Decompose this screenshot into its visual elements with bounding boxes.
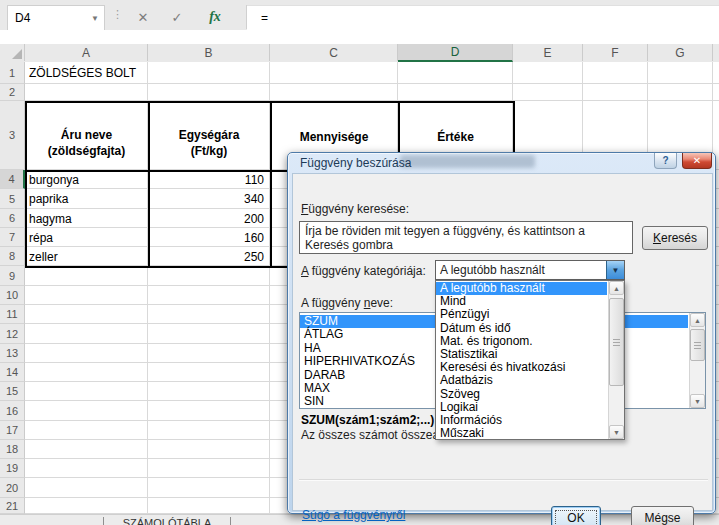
help-button[interactable]: ? [654,153,677,169]
row-header-5[interactable]: 5 [0,189,25,209]
row-header-7[interactable]: 7 [0,228,25,247]
cell-item-price[interactable]: 110 [150,170,264,189]
dialog-title: Függvény beszúrása [300,156,411,170]
formula-bar: D4 ▼ ⋮ ✕ ✓ fx = [0,0,719,40]
excel-window: D4 ▼ ⋮ ✕ ✓ fx = ABCDEFG 1234567891011121… [0,0,719,525]
search-function-label: Függvény keresése: [301,202,409,216]
cell-item-price[interactable]: 340 [150,189,264,209]
insert-function-icon[interactable]: fx [200,5,230,29]
row-header-9[interactable]: 9 [0,266,25,286]
function-help-link[interactable]: Súgó a függvényről [302,508,405,522]
column-header-E[interactable]: E [513,44,583,61]
row-header-3[interactable]: 3 [0,101,25,170]
spacer [0,30,719,44]
row-header-13[interactable]: 13 [0,344,25,363]
row-header-21[interactable]: 21 [0,498,25,514]
category-option[interactable]: Pénzügyi [436,308,607,321]
category-option[interactable]: Szöveg [436,388,607,401]
cell-item-name[interactable]: hagyma [29,209,144,228]
function-list-scrollbar[interactable]: ▲ ▼ [689,313,705,408]
category-items: A legutóbb használtMindPénzügyiDátum és … [436,282,607,440]
category-option[interactable]: Logikai [436,401,607,414]
cell-item-price[interactable]: 200 [150,209,264,228]
table-border [148,101,150,266]
select-all-corner[interactable] [0,44,25,61]
chevron-down-icon[interactable]: ▼ [606,261,624,279]
category-value: A legutóbb használt [436,263,606,277]
category-option[interactable]: Dátum és idő [436,322,607,335]
row-header-15[interactable]: 15 [0,382,25,401]
cancel-dialog-button[interactable]: Mégse [631,506,694,525]
blurred-region [400,155,535,168]
formula-input[interactable]: = [247,5,719,30]
row-header-1[interactable]: 1 [0,62,25,84]
formula-bar-grip: ⋮ [112,8,123,21]
category-option[interactable]: Műszaki [436,427,607,440]
row-header-11[interactable]: 11 [0,305,25,324]
row-header-14[interactable]: 14 [0,363,25,382]
scrollbar-thumb[interactable] [690,329,705,361]
column-header-G[interactable]: G [648,44,713,61]
column-header-A[interactable]: A [25,44,148,61]
search-button[interactable]: Keresés [642,226,708,250]
cell-item-price[interactable]: 160 [150,228,264,247]
function-name-label: A függvény neve: [301,296,393,310]
separator [299,479,708,481]
row-header-20[interactable]: 20 [0,478,25,498]
cancel-entry-button[interactable]: ✕ [128,5,158,29]
row-header-16[interactable]: 16 [0,401,25,421]
sheet-tab-szamolotabla[interactable]: SZÁMOLÓTÁBLA [104,517,230,525]
scroll-down-icon[interactable]: ▼ [609,425,624,439]
cell-item-name[interactable]: répa [29,228,144,247]
row-header-4[interactable]: 4 [0,170,25,189]
enter-entry-button[interactable]: ✓ [162,5,192,29]
cell-item-name[interactable]: burgonya [29,170,144,189]
column-header-C[interactable]: C [270,44,398,61]
row-header-17[interactable]: 17 [0,421,25,440]
function-signature: SZUM(szám1;szám2;...) [301,413,434,427]
function-search-input[interactable]: Írja be röviden mit tegyen a függvény, é… [299,221,633,254]
column-header-F[interactable]: F [583,44,648,61]
name-box-value: D4 [8,11,86,25]
tab-divider [230,517,231,525]
ok-button[interactable]: OK [551,506,601,525]
scrollbar-thumb[interactable] [609,298,624,386]
column-header-D[interactable]: D [398,44,513,62]
category-combobox[interactable]: A legutóbb használt ▼ [435,260,625,280]
cell-b3-header[interactable]: Egységára (Ft/kg) [150,115,268,170]
dropdown-scrollbar[interactable]: ▲ ▼ [608,281,624,439]
name-box-dropdown-icon[interactable]: ▼ [86,14,104,23]
row-header-19[interactable]: 19 [0,459,25,478]
table-border [25,101,513,103]
category-dropdown-list[interactable]: A legutóbb használtMindPénzügyiDátum és … [435,280,625,440]
category-option[interactable]: Adatbázis [436,374,607,387]
select-all-triangle-icon [12,49,22,59]
column-headers: ABCDEFG [0,44,719,63]
cell-item-price[interactable]: 250 [150,247,264,266]
cell-a1[interactable]: ZÖLDSÉGES BOLT [29,62,229,84]
name-box[interactable]: D4 ▼ [7,5,105,31]
dialog-body: Függvény keresése: Írja be röviden mit t… [292,173,713,511]
scroll-down-icon[interactable]: ▼ [690,394,705,408]
row-header-2[interactable]: 2 [0,84,25,101]
cell-item-name[interactable]: zeller [29,247,144,266]
cell-item-name[interactable]: paprika [29,189,144,209]
row-header-12[interactable]: 12 [0,324,25,344]
table-border [270,101,272,266]
insert-function-dialog: Függvény beszúrása ? ✕ Függvény keresése… [287,152,716,514]
cell-a3-header[interactable]: Áru neve (zöldségfajta) [27,115,146,170]
category-option[interactable]: Mat. és trigonom. [436,335,607,348]
category-label: A függvény kategóriája: [301,264,426,278]
scroll-up-icon[interactable]: ▲ [609,281,624,295]
table-border [25,101,27,266]
row-header-6[interactable]: 6 [0,209,25,228]
scroll-up-icon[interactable]: ▲ [690,313,705,327]
row-header-18[interactable]: 18 [0,440,25,459]
function-description: Az összes számot összea [301,428,439,442]
column-header-B[interactable]: B [148,44,270,61]
row-header-8[interactable]: 8 [0,247,25,266]
row-header-10[interactable]: 10 [0,286,25,305]
close-button[interactable]: ✕ [682,153,712,169]
